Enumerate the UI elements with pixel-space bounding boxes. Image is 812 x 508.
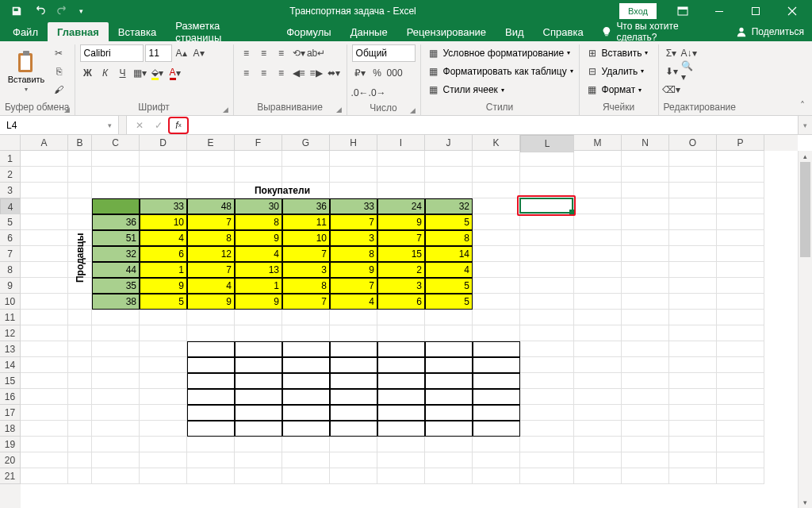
cell[interactable] [669,437,717,452]
tab-file[interactable]: Файл [3,22,48,41]
data-cell[interactable] [282,389,330,405]
cell[interactable] [717,421,764,437]
data-cell[interactable]: 13 [235,262,282,278]
cell[interactable] [717,183,764,198]
cell[interactable] [330,167,377,183]
cell[interactable] [92,405,140,421]
cell[interactable] [282,452,330,468]
data-cell[interactable] [473,421,520,437]
cell[interactable] [520,294,574,310]
data-cell[interactable] [425,405,473,421]
data-cell[interactable] [377,421,425,437]
cell[interactable] [574,294,622,310]
data-cell[interactable] [282,373,330,389]
cell[interactable] [473,262,520,278]
cell[interactable] [622,373,669,389]
cell[interactable] [92,325,140,341]
autosum-icon[interactable]: Σ▾ [664,45,680,61]
cell[interactable] [140,151,187,167]
cell[interactable] [187,437,235,452]
data-cell[interactable]: 2 [377,262,425,278]
data-cell[interactable]: 7 [282,294,330,310]
cell[interactable] [377,310,425,325]
cell[interactable] [669,278,717,294]
cell[interactable] [92,167,140,183]
cell[interactable] [21,389,68,405]
data-cell[interactable]: 11 [282,214,330,230]
italic-button[interactable]: К [98,65,113,81]
thousands-icon[interactable]: 000 [387,65,403,81]
col-header-M[interactable]: M [574,135,622,151]
data-cell[interactable] [377,389,425,405]
data-cell[interactable]: 3 [330,230,377,246]
cell[interactable] [92,357,140,373]
cell[interactable] [21,167,68,183]
cell[interactable] [669,183,717,198]
data-cell[interactable] [473,357,520,373]
cell[interactable] [669,468,717,484]
cell[interactable] [622,341,669,357]
data-cell[interactable]: 44 [92,262,140,278]
data-cell[interactable]: 33 [330,198,377,214]
data-cell[interactable]: 48 [187,198,235,214]
align-middle-icon[interactable]: ≡ [256,45,272,61]
data-cell[interactable]: 9 [140,278,187,294]
cell[interactable] [473,278,520,294]
data-cell[interactable]: 4 [140,230,187,246]
cell[interactable] [473,325,520,341]
cell[interactable] [68,373,92,389]
fill-icon[interactable]: ⬇▾ [664,64,680,79]
cell[interactable] [282,437,330,452]
row-header-8[interactable]: 8 [0,262,21,278]
scroll-thumb[interactable] [800,162,810,257]
row-header-2[interactable]: 2 [0,167,21,183]
data-cell[interactable]: 5 [425,294,473,310]
data-cell[interactable]: 9 [187,294,235,310]
tab-home[interactable]: Главная [48,22,109,41]
cell[interactable] [377,437,425,452]
align-bottom-icon[interactable]: ≡ [274,45,289,61]
data-cell[interactable]: 3 [282,262,330,278]
row-header-17[interactable]: 17 [0,405,21,421]
select-all-corner[interactable] [0,135,21,151]
insert-cells-button[interactable]: ⊞Вставить▾ [584,44,649,61]
dialog-launcher-icon[interactable]: ◢ [223,106,228,114]
currency-icon[interactable]: ₽▾ [352,65,368,81]
data-cell[interactable]: 7 [187,262,235,278]
cell[interactable] [520,357,574,373]
cell[interactable] [235,437,282,452]
font-color-icon[interactable]: A▾ [167,65,183,81]
cell[interactable] [520,341,574,357]
data-cell[interactable]: 12 [187,246,235,262]
tab-help[interactable]: Справка [534,22,593,41]
cell[interactable] [21,183,68,198]
decrease-indent-icon[interactable]: ◀≡ [291,65,307,81]
cell[interactable] [235,151,282,167]
data-cell[interactable] [282,341,330,357]
cell[interactable] [520,278,574,294]
cell[interactable] [187,468,235,484]
scroll-up-icon[interactable]: ▴ [799,151,812,162]
cell-styles-button[interactable]: ▦Стили ячеек▾ [426,82,573,98]
data-cell[interactable]: 4 [425,262,473,278]
cell[interactable] [68,421,92,437]
cell[interactable] [622,198,669,214]
data-cell[interactable]: 4 [187,278,235,294]
cell[interactable] [669,421,717,437]
cell[interactable] [717,151,764,167]
data-cell[interactable] [235,389,282,405]
cell[interactable] [68,437,92,452]
format-as-table-button[interactable]: ▦Форматировать как таблицу▾ [426,63,573,79]
cell[interactable] [520,373,574,389]
cell[interactable] [520,230,574,246]
data-cell[interactable] [235,421,282,437]
cell[interactable] [92,452,140,468]
align-center-icon[interactable]: ≡ [256,65,272,81]
cell[interactable] [622,294,669,310]
decrease-decimal-icon[interactable]: .0→ [370,85,385,101]
orientation-icon[interactable]: ⟲▾ [291,45,307,61]
col-header-D[interactable]: D [140,135,187,151]
row-header-11[interactable]: 11 [0,310,21,325]
number-format-select[interactable] [352,44,416,62]
cell[interactable] [574,437,622,452]
